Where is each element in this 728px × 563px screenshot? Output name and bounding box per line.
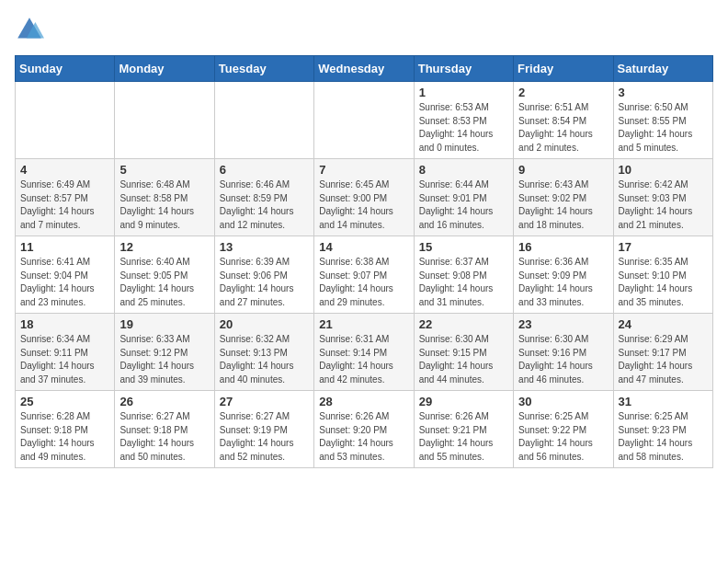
calendar-cell: 9Sunrise: 6:43 AM Sunset: 9:02 PM Daylig… (514, 159, 613, 236)
calendar-cell: 29Sunrise: 6:26 AM Sunset: 9:21 PM Dayli… (414, 391, 513, 468)
calendar-cell: 27Sunrise: 6:27 AM Sunset: 9:19 PM Dayli… (214, 391, 313, 468)
day-info: Sunrise: 6:30 AM Sunset: 9:16 PM Dayligh… (518, 333, 608, 386)
day-header-thursday: Thursday (414, 56, 513, 82)
day-number: 26 (119, 395, 209, 408)
day-info: Sunrise: 6:44 AM Sunset: 9:01 PM Dayligh… (419, 178, 508, 232)
day-number: 29 (419, 395, 508, 408)
day-header-wednesday: Wednesday (314, 56, 414, 82)
day-info: Sunrise: 6:38 AM Sunset: 9:07 PM Dayligh… (319, 256, 408, 309)
day-info: Sunrise: 6:30 AM Sunset: 9:15 PM Dayligh… (419, 333, 508, 386)
calendar-cell: 14Sunrise: 6:38 AM Sunset: 9:07 PM Dayli… (314, 236, 414, 314)
day-number: 13 (220, 240, 309, 254)
day-info: Sunrise: 6:43 AM Sunset: 9:02 PM Dayligh… (518, 178, 608, 232)
calendar-cell: 31Sunrise: 6:25 AM Sunset: 9:23 PM Dayli… (613, 391, 712, 468)
page-header (15, 15, 713, 44)
calendar-cell: 26Sunrise: 6:27 AM Sunset: 9:18 PM Dayli… (115, 391, 214, 468)
calendar-week-1: 1Sunrise: 6:53 AM Sunset: 8:53 PM Daylig… (16, 82, 713, 159)
calendar-cell: 8Sunrise: 6:44 AM Sunset: 9:01 PM Daylig… (414, 159, 513, 236)
day-info: Sunrise: 6:27 AM Sunset: 9:18 PM Dayligh… (119, 410, 209, 464)
day-info: Sunrise: 6:34 AM Sunset: 9:11 PM Dayligh… (20, 333, 109, 386)
day-info: Sunrise: 6:49 AM Sunset: 8:57 PM Dayligh… (20, 178, 109, 232)
day-number: 17 (619, 240, 708, 254)
day-number: 27 (220, 395, 309, 408)
calendar-cell (115, 82, 214, 159)
day-number: 3 (619, 86, 708, 99)
day-number: 10 (619, 163, 708, 177)
day-number: 6 (220, 163, 309, 177)
calendar-cell: 12Sunrise: 6:40 AM Sunset: 9:05 PM Dayli… (115, 236, 214, 314)
day-number: 24 (619, 317, 708, 331)
day-info: Sunrise: 6:41 AM Sunset: 9:04 PM Dayligh… (20, 256, 109, 309)
day-number: 4 (20, 163, 109, 177)
calendar-cell: 2Sunrise: 6:51 AM Sunset: 8:54 PM Daylig… (514, 82, 613, 159)
logo (15, 15, 48, 44)
day-info: Sunrise: 6:25 AM Sunset: 9:23 PM Dayligh… (619, 410, 708, 464)
day-info: Sunrise: 6:36 AM Sunset: 9:09 PM Dayligh… (518, 256, 608, 309)
day-number: 21 (319, 317, 408, 331)
day-number: 25 (20, 395, 109, 408)
day-number: 16 (518, 240, 608, 254)
calendar-header-row: SundayMondayTuesdayWednesdayThursdayFrid… (16, 56, 713, 82)
calendar-cell: 24Sunrise: 6:29 AM Sunset: 9:17 PM Dayli… (613, 314, 712, 391)
day-info: Sunrise: 6:29 AM Sunset: 9:17 PM Dayligh… (619, 333, 708, 386)
day-header-monday: Monday (115, 56, 214, 82)
day-header-tuesday: Tuesday (214, 56, 313, 82)
calendar-cell: 7Sunrise: 6:45 AM Sunset: 9:00 PM Daylig… (314, 159, 414, 236)
day-info: Sunrise: 6:39 AM Sunset: 9:06 PM Dayligh… (220, 256, 309, 309)
calendar-week-3: 11Sunrise: 6:41 AM Sunset: 9:04 PM Dayli… (16, 236, 713, 314)
day-info: Sunrise: 6:48 AM Sunset: 8:58 PM Dayligh… (119, 178, 209, 232)
day-info: Sunrise: 6:26 AM Sunset: 9:20 PM Dayligh… (319, 410, 408, 464)
day-number: 19 (119, 317, 209, 331)
calendar-cell: 18Sunrise: 6:34 AM Sunset: 9:11 PM Dayli… (16, 314, 115, 391)
calendar-cell: 11Sunrise: 6:41 AM Sunset: 9:04 PM Dayli… (16, 236, 115, 314)
day-info: Sunrise: 6:50 AM Sunset: 8:55 PM Dayligh… (619, 101, 708, 155)
day-number: 30 (518, 395, 608, 408)
calendar-cell: 25Sunrise: 6:28 AM Sunset: 9:18 PM Dayli… (16, 391, 115, 468)
calendar-cell (16, 82, 115, 159)
day-header-saturday: Saturday (613, 56, 712, 82)
calendar-cell: 23Sunrise: 6:30 AM Sunset: 9:16 PM Dayli… (514, 314, 613, 391)
day-info: Sunrise: 6:26 AM Sunset: 9:21 PM Dayligh… (419, 410, 508, 464)
calendar-cell: 4Sunrise: 6:49 AM Sunset: 8:57 PM Daylig… (16, 159, 115, 236)
day-header-friday: Friday (514, 56, 613, 82)
day-number: 31 (619, 395, 708, 408)
day-info: Sunrise: 6:31 AM Sunset: 9:14 PM Dayligh… (319, 333, 408, 386)
day-number: 9 (518, 163, 608, 177)
calendar-cell: 1Sunrise: 6:53 AM Sunset: 8:53 PM Daylig… (414, 82, 513, 159)
day-number: 28 (319, 395, 408, 408)
day-number: 5 (119, 163, 209, 177)
day-number: 23 (518, 317, 608, 331)
calendar-cell: 17Sunrise: 6:35 AM Sunset: 9:10 PM Dayli… (613, 236, 712, 314)
day-info: Sunrise: 6:32 AM Sunset: 9:13 PM Dayligh… (220, 333, 309, 386)
day-info: Sunrise: 6:27 AM Sunset: 9:19 PM Dayligh… (220, 410, 309, 464)
calendar-cell: 20Sunrise: 6:32 AM Sunset: 9:13 PM Dayli… (214, 314, 313, 391)
calendar-week-2: 4Sunrise: 6:49 AM Sunset: 8:57 PM Daylig… (16, 159, 713, 236)
calendar-cell: 30Sunrise: 6:25 AM Sunset: 9:22 PM Dayli… (514, 391, 613, 468)
day-info: Sunrise: 6:28 AM Sunset: 9:18 PM Dayligh… (20, 410, 109, 464)
day-number: 1 (419, 86, 508, 99)
calendar-cell: 5Sunrise: 6:48 AM Sunset: 8:58 PM Daylig… (115, 159, 214, 236)
day-number: 18 (20, 317, 109, 331)
day-number: 15 (419, 240, 508, 254)
calendar-cell (214, 82, 313, 159)
day-info: Sunrise: 6:25 AM Sunset: 9:22 PM Dayligh… (518, 410, 608, 464)
day-number: 8 (419, 163, 508, 177)
day-info: Sunrise: 6:45 AM Sunset: 9:00 PM Dayligh… (319, 178, 408, 232)
calendar-week-5: 25Sunrise: 6:28 AM Sunset: 9:18 PM Dayli… (16, 391, 713, 468)
calendar-cell: 19Sunrise: 6:33 AM Sunset: 9:12 PM Dayli… (115, 314, 214, 391)
calendar-week-4: 18Sunrise: 6:34 AM Sunset: 9:11 PM Dayli… (16, 314, 713, 391)
day-info: Sunrise: 6:35 AM Sunset: 9:10 PM Dayligh… (619, 256, 708, 309)
day-number: 14 (319, 240, 408, 254)
day-number: 2 (518, 86, 608, 99)
day-info: Sunrise: 6:33 AM Sunset: 9:12 PM Dayligh… (119, 333, 209, 386)
day-number: 7 (319, 163, 408, 177)
calendar-cell: 22Sunrise: 6:30 AM Sunset: 9:15 PM Dayli… (414, 314, 513, 391)
day-header-sunday: Sunday (16, 56, 115, 82)
day-number: 20 (220, 317, 309, 331)
calendar-cell: 13Sunrise: 6:39 AM Sunset: 9:06 PM Dayli… (214, 236, 313, 314)
calendar-cell: 21Sunrise: 6:31 AM Sunset: 9:14 PM Dayli… (314, 314, 414, 391)
day-info: Sunrise: 6:37 AM Sunset: 9:08 PM Dayligh… (419, 256, 508, 309)
day-number: 12 (119, 240, 209, 254)
calendar-cell (314, 82, 414, 159)
calendar-cell: 16Sunrise: 6:36 AM Sunset: 9:09 PM Dayli… (514, 236, 613, 314)
